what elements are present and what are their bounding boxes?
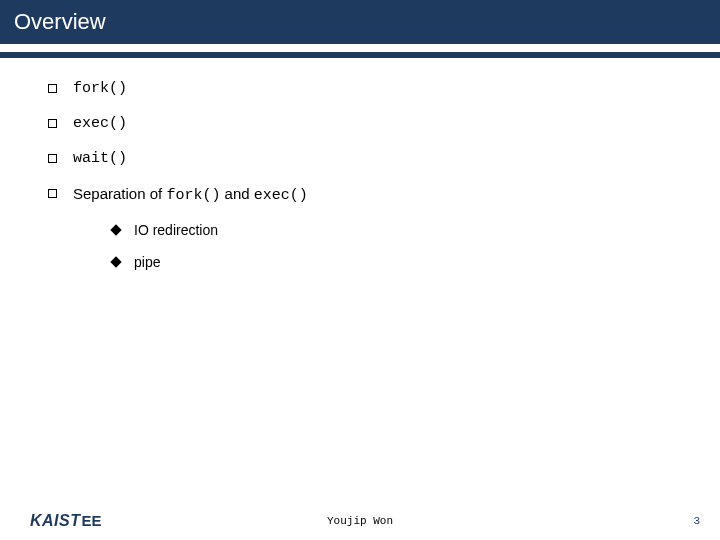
bullet-text: Separation of fork() and exec()	[73, 185, 308, 204]
square-bullet-icon	[48, 84, 57, 93]
bullet-item: fork()	[48, 80, 672, 97]
sublist: IO redirection pipe	[48, 222, 672, 270]
square-bullet-icon	[48, 189, 57, 198]
sub-bullet-item: pipe	[112, 254, 672, 270]
logo: KAISTEE	[30, 512, 102, 530]
content-area: fork() exec() wait() Separation of fork(…	[0, 58, 720, 270]
bullet-item: exec()	[48, 115, 672, 132]
square-bullet-icon	[48, 119, 57, 128]
sub-bullet-item: IO redirection	[112, 222, 672, 238]
title-gap	[0, 44, 720, 52]
text-part: and	[220, 185, 253, 202]
page-number: 3	[693, 515, 700, 527]
code-part: fork()	[166, 187, 220, 204]
diamond-bullet-icon	[110, 224, 121, 235]
slide-title: Overview	[14, 9, 106, 35]
sub-bullet-text: IO redirection	[134, 222, 218, 238]
text-part: Separation of	[73, 185, 166, 202]
bullet-text: exec()	[73, 115, 127, 132]
diamond-bullet-icon	[110, 256, 121, 267]
title-bar: Overview	[0, 0, 720, 44]
bullet-text: fork()	[73, 80, 127, 97]
footer-author: Youjip Won	[327, 515, 393, 527]
sub-bullet-text: pipe	[134, 254, 160, 270]
bullet-item: Separation of fork() and exec()	[48, 185, 672, 204]
bullet-text: wait()	[73, 150, 127, 167]
logo-main: KAIST	[30, 512, 81, 529]
bullet-item: wait()	[48, 150, 672, 167]
square-bullet-icon	[48, 154, 57, 163]
footer: KAISTEE Youjip Won 3	[0, 512, 720, 530]
logo-suffix: EE	[82, 512, 102, 529]
slide: Overview fork() exec() wait() Separation…	[0, 0, 720, 540]
code-part: exec()	[254, 187, 308, 204]
